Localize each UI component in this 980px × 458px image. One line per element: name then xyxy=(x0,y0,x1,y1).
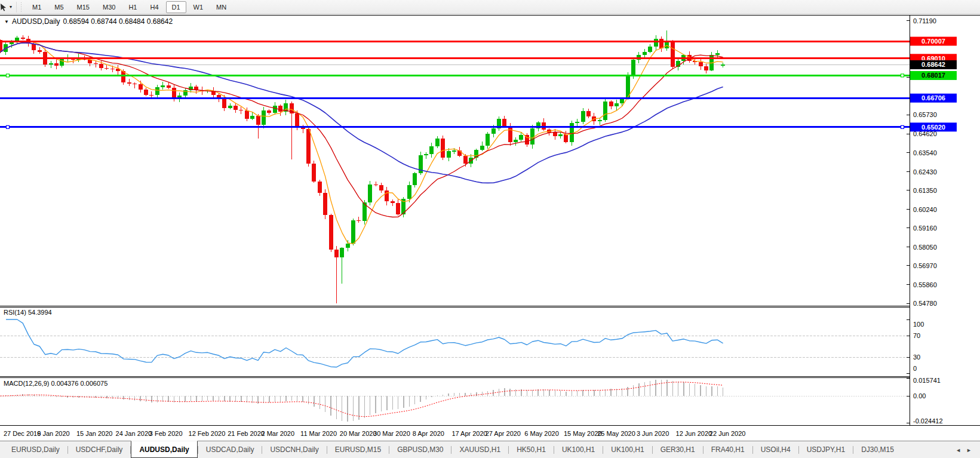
candle-body xyxy=(575,122,579,123)
candle-body xyxy=(385,190,389,202)
chart-tab-bar: EURUSD,DailyUSDCHF,DailyAUDUSD,DailyUSDC… xyxy=(0,441,980,458)
candle-body xyxy=(167,85,171,88)
candle-body xyxy=(586,111,591,116)
tab-dj30-m15[interactable]: DJ30,M15 xyxy=(853,441,902,458)
candle xyxy=(525,133,529,147)
candle-body xyxy=(172,88,176,98)
candle-body xyxy=(161,85,165,87)
date-label: 11 Mar 2020 xyxy=(300,430,337,437)
candle xyxy=(284,100,288,115)
chart-title-arrow-icon[interactable]: ▼ xyxy=(4,19,9,24)
tab-uk100-h1[interactable]: UK100,H1 xyxy=(603,441,652,458)
date-label: 27 Apr 2020 xyxy=(486,430,521,437)
candle xyxy=(676,57,680,70)
price-tick-label: 0.62430 xyxy=(913,168,937,176)
candle xyxy=(514,137,518,146)
tab-uk100-h1[interactable]: UK100,H1 xyxy=(554,441,603,458)
timeframe-w1-button[interactable]: W1 xyxy=(188,1,210,13)
tab-ger30-h1[interactable]: GER30,H1 xyxy=(653,441,703,458)
date-label: 2 Mar 2020 xyxy=(261,430,294,437)
candle xyxy=(267,109,271,115)
timeframe-m5-button[interactable]: M5 xyxy=(48,1,69,13)
candle xyxy=(228,103,232,109)
candle-body xyxy=(715,53,720,55)
candle xyxy=(357,217,361,223)
candle-body xyxy=(603,102,607,120)
candle-body xyxy=(379,185,383,190)
dropdown-caret-icon[interactable]: ▾ xyxy=(10,4,14,10)
candle-body xyxy=(654,39,658,47)
tab-xauusd-h1[interactable]: XAUUSD,H1 xyxy=(451,441,508,458)
candle-body xyxy=(99,64,103,68)
candle-body xyxy=(127,82,131,83)
candle xyxy=(144,88,148,96)
candle xyxy=(480,142,484,151)
chart-canvas[interactable]: 0.711900.679200.657300.646200.635400.624… xyxy=(0,0,980,440)
tab-eurusd-m15[interactable]: EURUSD,M15 xyxy=(327,441,389,458)
toolbar-drag-handle[interactable] xyxy=(20,2,22,12)
candles xyxy=(0,30,725,303)
rsi-tick-label: 100 xyxy=(913,321,924,328)
tab-usoil-h4[interactable]: USOil,H4 xyxy=(753,441,798,458)
tabs-scroll-left-icon[interactable]: ◄ xyxy=(956,447,961,453)
candle-body xyxy=(435,139,440,146)
candle xyxy=(262,107,266,128)
price-tick-label: 0.71190 xyxy=(913,17,936,24)
timeframe-h4-button[interactable]: H4 xyxy=(144,1,164,13)
candle xyxy=(429,143,434,158)
candle-body xyxy=(530,128,534,145)
tab-eurusd-daily[interactable]: EURUSD,Daily xyxy=(4,441,67,458)
ma-line-slow xyxy=(1,43,723,183)
cursor-tool-icon[interactable] xyxy=(0,2,10,13)
cursor-arrow-icon xyxy=(0,3,8,11)
timeframe-d1-button[interactable]: D1 xyxy=(166,1,186,13)
date-label: 8 Apr 2020 xyxy=(413,430,444,437)
timeframe-h1-button[interactable]: H1 xyxy=(122,1,143,13)
price-line-label: 0.66706 xyxy=(921,94,945,102)
tab-usdchf-daily[interactable]: USDCHF,Daily xyxy=(68,441,131,458)
candle xyxy=(368,181,372,205)
candle xyxy=(346,240,350,252)
line-handle[interactable] xyxy=(7,125,10,128)
tab-usdcnh-daily[interactable]: USDCNH,Daily xyxy=(262,441,326,458)
candle-body xyxy=(267,110,271,113)
candle xyxy=(105,65,109,70)
candle-body xyxy=(318,182,322,193)
candle xyxy=(441,136,445,159)
line-handle[interactable] xyxy=(901,74,904,77)
rsi-tick-label: 0 xyxy=(913,365,917,372)
candle xyxy=(542,118,546,130)
ma-line-fast xyxy=(1,41,723,244)
candle xyxy=(598,118,602,125)
date-label: 25 May 2020 xyxy=(597,430,635,437)
date-label: 3 Feb 2020 xyxy=(149,430,183,437)
candle xyxy=(715,50,720,58)
price-line-label: 0.68017 xyxy=(921,72,945,79)
candle-body xyxy=(514,140,518,142)
tabs-scroll-right-icon[interactable]: ► xyxy=(966,447,972,453)
candle xyxy=(419,152,423,175)
candle-body xyxy=(346,244,350,248)
tab-hk50-h1[interactable]: HK50,H1 xyxy=(509,441,554,458)
timeframe-m15-button[interactable]: M15 xyxy=(71,1,96,13)
tab-usdcad-daily[interactable]: USDCAD,Daily xyxy=(198,441,262,458)
candle xyxy=(351,219,355,245)
line-handle[interactable] xyxy=(901,125,904,128)
candle-body xyxy=(262,110,266,125)
tab-audusd-daily[interactable]: AUDUSD,Daily xyxy=(131,441,197,458)
candle xyxy=(721,63,725,67)
candle xyxy=(167,82,171,89)
chart-symbol-period: AUDUSD,Daily xyxy=(12,17,60,26)
date-label: 24 Jan 2020 xyxy=(116,430,152,437)
macd-signal-line xyxy=(1,382,723,417)
timeframe-m1-button[interactable]: M1 xyxy=(26,1,47,13)
tab-gbpusd-m30[interactable]: GBPUSD,M30 xyxy=(389,441,451,458)
timeframe-m30-button[interactable]: M30 xyxy=(97,1,121,13)
candle xyxy=(497,116,501,130)
line-handle[interactable] xyxy=(7,74,10,77)
candle-body xyxy=(407,185,411,198)
tab-fra40-h1[interactable]: FRA40,H1 xyxy=(703,441,752,458)
timeframe-mn-button[interactable]: MN xyxy=(210,1,232,13)
tab-usdjpy-h1[interactable]: USDJPY,H1 xyxy=(799,441,853,458)
candle xyxy=(15,36,19,44)
